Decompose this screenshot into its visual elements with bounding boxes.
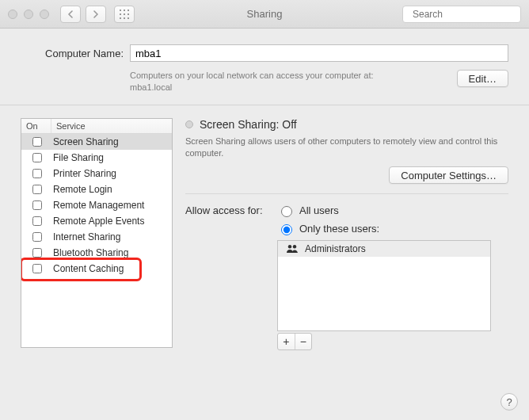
service-row[interactable]: Internet Sharing xyxy=(21,229,172,245)
lower-pane: On Service Screen SharingFile SharingPri… xyxy=(21,105,508,420)
access-radio-group: All users Only these users: xyxy=(277,204,379,235)
service-label: Screen Sharing xyxy=(51,136,172,147)
computer-name-input[interactable] xyxy=(130,44,508,62)
edit-hostname-button[interactable]: Edit… xyxy=(457,70,508,87)
remove-user-button[interactable]: − xyxy=(295,334,312,349)
computer-name-help-line1: Computers on your local network can acce… xyxy=(130,71,374,80)
chevron-left-icon xyxy=(67,10,74,18)
service-checkbox[interactable] xyxy=(32,248,42,258)
service-checkbox-cell xyxy=(21,151,51,165)
show-all-button[interactable] xyxy=(114,6,135,23)
radio-all-users[interactable]: All users xyxy=(277,204,379,217)
svg-rect-2 xyxy=(127,10,129,11)
service-label: Remote Management xyxy=(51,200,172,211)
chevron-right-icon xyxy=(93,10,99,18)
service-detail: Screen Sharing: Off Screen Sharing allow… xyxy=(185,118,508,420)
user-row[interactable]: Administrators xyxy=(278,241,490,257)
toolbar-nav xyxy=(60,6,135,23)
content-area: Computer Name: Computers on your local n… xyxy=(0,29,529,420)
user-name: Administrators xyxy=(305,243,366,254)
status-row: Screen Sharing: Off xyxy=(185,118,508,131)
computer-name-row: Computer Name: xyxy=(21,44,508,62)
service-label: Content Caching xyxy=(51,263,172,274)
service-checkbox-cell xyxy=(21,262,51,276)
service-label: Printer Sharing xyxy=(51,168,172,179)
search-input[interactable] xyxy=(411,8,529,21)
svg-rect-4 xyxy=(124,13,125,15)
services-col-on: On xyxy=(21,119,51,133)
radio-only-users-label: Only these users: xyxy=(299,223,379,235)
service-checkbox[interactable] xyxy=(32,169,42,178)
search-field-wrap[interactable] xyxy=(402,6,521,23)
userlist-block: Administrators + − xyxy=(277,240,508,350)
svg-point-12 xyxy=(293,245,296,248)
service-row[interactable]: Screen Sharing xyxy=(21,134,172,150)
allowed-users-list[interactable]: Administrators xyxy=(277,240,491,331)
status-title: Screen Sharing: Off xyxy=(200,118,297,131)
access-row: Allow access for: All users Only these u… xyxy=(185,204,508,235)
service-checkbox-cell xyxy=(21,166,51,181)
service-label: Internet Sharing xyxy=(51,231,172,242)
close-window-button[interactable] xyxy=(8,10,17,19)
service-label: Bluetooth Sharing xyxy=(51,247,172,258)
svg-rect-5 xyxy=(127,13,129,15)
access-label: Allow access for: xyxy=(185,204,272,216)
service-row[interactable]: Content Caching xyxy=(21,261,172,277)
service-row[interactable]: Remote Apple Events xyxy=(21,213,172,229)
service-checkbox[interactable] xyxy=(32,200,42,210)
svg-rect-0 xyxy=(120,10,121,11)
grid-icon xyxy=(120,10,129,19)
zoom-window-button[interactable] xyxy=(40,10,49,19)
service-row[interactable]: File Sharing xyxy=(21,150,172,166)
service-checkbox[interactable] xyxy=(32,185,42,194)
service-checkbox[interactable] xyxy=(32,232,42,242)
back-button[interactable] xyxy=(60,6,81,23)
service-checkbox[interactable] xyxy=(32,216,42,226)
computer-name-help-text: Computers on your local network can acce… xyxy=(130,70,374,94)
service-row[interactable]: Bluetooth Sharing xyxy=(21,245,172,261)
radio-all-users-label: All users xyxy=(299,204,339,216)
service-label: Remote Login xyxy=(51,184,172,195)
radio-all-users-input[interactable] xyxy=(281,206,292,217)
services-header: On Service xyxy=(21,119,172,134)
people-icon xyxy=(286,244,299,254)
preferences-window: Sharing Computer Name: Computers on your… xyxy=(0,0,529,420)
service-checkbox-cell xyxy=(21,135,51,149)
computer-name-label: Computer Name: xyxy=(21,48,124,59)
traffic-lights xyxy=(8,10,49,19)
services-body[interactable]: Screen SharingFile SharingPrinter Sharin… xyxy=(21,134,172,347)
titlebar: Sharing xyxy=(0,0,529,29)
service-checkbox-cell xyxy=(21,182,51,197)
svg-rect-6 xyxy=(120,17,121,19)
status-description: Screen Sharing allows users of other com… xyxy=(185,136,508,159)
edit-hostname-wrap: Edit… xyxy=(457,70,508,87)
forward-button[interactable] xyxy=(86,6,106,23)
service-checkbox[interactable] xyxy=(32,264,42,273)
status-led-icon xyxy=(185,120,193,128)
services-col-service: Service xyxy=(51,119,172,133)
divider-detail xyxy=(185,193,508,194)
help-icon: ? xyxy=(506,396,512,408)
services-list: On Service Screen SharingFile SharingPri… xyxy=(21,118,173,348)
radio-only-users[interactable]: Only these users: xyxy=(277,222,379,235)
minimize-window-button[interactable] xyxy=(24,10,33,19)
service-checkbox[interactable] xyxy=(32,137,42,147)
service-checkbox-cell xyxy=(21,198,51,212)
computer-name-hostname: mba1.local xyxy=(130,82,172,92)
radio-only-users-input[interactable] xyxy=(281,224,292,235)
svg-rect-8 xyxy=(127,17,129,19)
service-row[interactable]: Remote Login xyxy=(21,181,172,197)
service-label: File Sharing xyxy=(51,152,172,163)
add-user-button[interactable]: + xyxy=(278,334,295,349)
service-row[interactable]: Remote Management xyxy=(21,197,172,213)
service-label: Remote Apple Events xyxy=(51,216,172,227)
service-checkbox-cell xyxy=(21,214,51,228)
svg-rect-1 xyxy=(124,10,125,11)
add-remove-segment: + − xyxy=(277,333,312,350)
help-button[interactable]: ? xyxy=(500,393,518,410)
computer-name-sub-row: Computers on your local network can acce… xyxy=(21,70,508,94)
svg-rect-3 xyxy=(120,13,121,15)
computer-settings-button[interactable]: Computer Settings… xyxy=(389,166,508,184)
service-row[interactable]: Printer Sharing xyxy=(21,166,172,181)
service-checkbox[interactable] xyxy=(32,153,42,162)
